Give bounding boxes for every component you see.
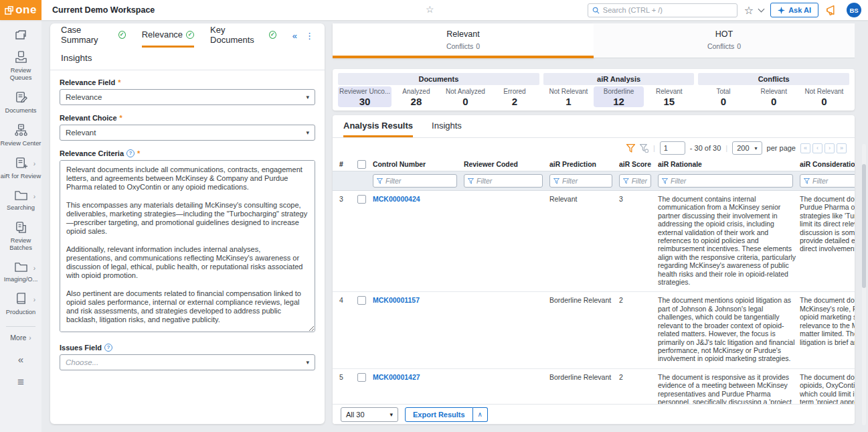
- tab-key-documents[interactable]: Key Documents ✓: [210, 23, 276, 48]
- last-page-button[interactable]: »: [837, 143, 847, 153]
- row-checkbox[interactable]: [357, 195, 366, 204]
- left-nav-sidebar: Review Queues Documents Review Center › …: [0, 20, 41, 432]
- export-results-button[interactable]: Export Results: [405, 407, 473, 422]
- complete-check-icon: ✓: [118, 31, 126, 39]
- stat-not-analyzed[interactable]: Not Analyzed 0: [441, 86, 491, 107]
- filter-input-air-consideration[interactable]: Filter: [800, 174, 855, 188]
- ask-ai-button[interactable]: Ask AI: [770, 3, 818, 17]
- tab-analysis-results[interactable]: Analysis Results: [343, 115, 413, 137]
- sidebar-item-air-for-review[interactable]: › aiR for Review: [0, 156, 41, 180]
- logo-squares-icon: [5, 6, 13, 15]
- clear-filter-icon[interactable]: [640, 144, 648, 153]
- sidebar-item-production[interactable]: › Production: [0, 292, 41, 316]
- filter-input-reviewer-coded[interactable]: Filter: [464, 174, 543, 188]
- per-page-label: per page: [767, 144, 796, 152]
- page-size-select[interactable]: 200 ▾: [732, 141, 762, 155]
- insights-link[interactable]: Insights: [50, 48, 325, 70]
- collapse-sidebar-icon[interactable]: «: [18, 354, 23, 365]
- queue-tab-title: Relevant: [333, 29, 594, 39]
- chevron-right-icon: ›: [33, 193, 35, 200]
- col-header-air-prediction[interactable]: aiR Prediction: [549, 161, 619, 168]
- scrollbar-thumb[interactable]: [862, 164, 866, 288]
- user-avatar[interactable]: BS: [847, 3, 861, 17]
- favorites-menu[interactable]: ☆: [744, 4, 764, 17]
- kebab-menu-icon[interactable]: ⋮: [305, 31, 314, 41]
- control-number-link[interactable]: MCK00001427: [373, 373, 420, 381]
- relevance-criteria-textarea[interactable]: Relevant documents include all communica…: [60, 160, 315, 332]
- vertical-scrollbar[interactable]: [862, 144, 866, 425]
- sidebar-item-documents[interactable]: Documents: [0, 90, 41, 115]
- caret-down-icon: ▾: [306, 359, 309, 366]
- sidebar-item-searching[interactable]: › Searching: [0, 189, 41, 212]
- col-header-num[interactable]: #: [333, 161, 350, 168]
- sidebar-item-review-batches[interactable]: Review Batches: [0, 220, 41, 252]
- sidebar-more-button[interactable]: More›: [10, 334, 31, 342]
- stats-group-conflicts: Conflicts Total 0 Relevant 0 Not Relevan…: [698, 73, 849, 106]
- stat-analyzed[interactable]: Analyzed 28: [392, 86, 441, 107]
- sidebar-item-workspace[interactable]: [0, 28, 41, 42]
- col-header-air-rationale[interactable]: aiR Rationale: [658, 161, 800, 168]
- filter-input-control-number[interactable]: Filter: [373, 174, 457, 188]
- funnel-icon: [662, 178, 668, 184]
- tab-case-summary[interactable]: Case Summary ✓: [61, 23, 126, 48]
- col-header-air-consideration[interactable]: aiR Consideration: [800, 161, 855, 168]
- tab-label: Key Documents: [210, 25, 266, 45]
- first-page-button[interactable]: «: [800, 143, 810, 153]
- stat-conflicts-total[interactable]: Total 0: [698, 86, 748, 107]
- queue-tab-hot[interactable]: HOT Conflicts0: [594, 23, 855, 58]
- search-input[interactable]: [603, 6, 733, 14]
- sidebar-item-review-center[interactable]: Review Center: [0, 123, 41, 147]
- avatar-initials: BS: [849, 7, 858, 14]
- review-batches-icon: [14, 220, 28, 234]
- funnel-icon: [468, 178, 474, 184]
- row-number: 3: [333, 195, 350, 286]
- col-header-control-number[interactable]: Control Number: [373, 161, 464, 168]
- stat-conflicts-not-relevant[interactable]: Not Relevant 0: [799, 86, 849, 107]
- stat-borderline[interactable]: Borderline 12: [594, 86, 644, 107]
- col-header-reviewer-coded[interactable]: Reviewer Coded: [464, 161, 549, 168]
- relativity-one-logo[interactable]: one: [0, 0, 41, 20]
- page-number-input[interactable]: [660, 141, 685, 155]
- prev-page-button[interactable]: ‹: [812, 143, 822, 153]
- sparkle-icon: [778, 7, 785, 14]
- relevant-choice-select[interactable]: Relevant ▾: [60, 125, 315, 141]
- stat-not-relevant[interactable]: Not Relevant 1: [543, 86, 594, 107]
- collapse-panel-icon[interactable]: «: [292, 31, 297, 41]
- row-checkbox[interactable]: [357, 373, 366, 382]
- stat-errored[interactable]: Errored 2: [490, 86, 539, 107]
- col-header-air-score[interactable]: aiR Score: [619, 161, 658, 168]
- issues-field-label: Issues Field ?: [60, 344, 315, 352]
- global-search[interactable]: [588, 3, 737, 17]
- row-checkbox[interactable]: [357, 296, 366, 305]
- stat-reviewer-uncoded[interactable]: Reviewer Unco... 30: [338, 86, 392, 107]
- menu-hamburger-icon[interactable]: ≡: [17, 376, 24, 389]
- relevance-field-select[interactable]: Relevance ▾: [60, 89, 315, 105]
- filter-input-air-score[interactable]: Filter: [619, 174, 651, 188]
- results-tabs: Analysis Results Insights: [333, 115, 855, 138]
- filter-input-air-prediction[interactable]: Filter: [549, 174, 612, 188]
- sidebar-item-label: Production: [6, 309, 35, 316]
- issues-field-select[interactable]: Choose... ▾: [60, 354, 315, 370]
- pager-controls: « ‹ › »: [800, 143, 847, 153]
- favorite-star-icon[interactable]: ☆: [426, 4, 434, 15]
- filter-input-air-rationale[interactable]: Filter: [658, 174, 793, 188]
- control-number-link[interactable]: MCK00000424: [373, 195, 420, 203]
- filter-icon[interactable]: [626, 144, 635, 153]
- help-icon[interactable]: ?: [104, 344, 112, 352]
- stat-relevant[interactable]: Relevant 15: [644, 86, 694, 107]
- sidebar-item-imaging[interactable]: › Imaging/O...: [0, 261, 41, 283]
- help-icon[interactable]: ?: [126, 149, 135, 157]
- select-all-checkbox[interactable]: [357, 160, 366, 169]
- stat-conflicts-relevant[interactable]: Relevant 0: [749, 86, 799, 107]
- control-number-link[interactable]: MCK00001157: [373, 296, 420, 304]
- selection-scope-select[interactable]: All 30 ▾: [341, 407, 398, 422]
- chevron-right-icon: ›: [33, 265, 35, 272]
- export-options-caret[interactable]: ∧: [473, 407, 488, 422]
- tab-relevance[interactable]: Relevance ✓: [142, 23, 194, 48]
- megaphone-icon[interactable]: [825, 3, 840, 17]
- sidebar-item-review-queues[interactable]: Review Queues: [0, 50, 41, 82]
- queue-tab-relevant[interactable]: Relevant Conflicts0: [333, 23, 594, 58]
- complete-check-icon: ✓: [186, 31, 194, 39]
- next-page-button[interactable]: ›: [824, 143, 835, 153]
- tab-insights[interactable]: Insights: [432, 115, 462, 137]
